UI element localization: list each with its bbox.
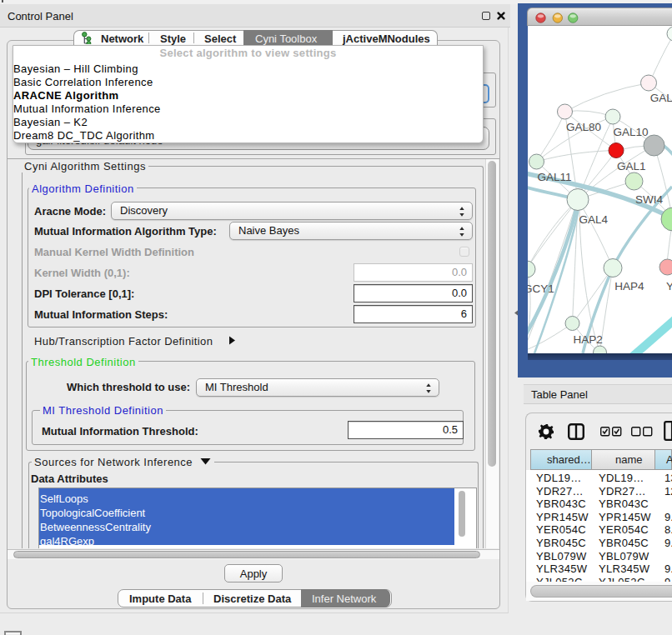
svg-text:GAL11: GAL11 [538,171,572,183]
svg-text:GCY1: GCY1 [528,282,554,295]
svg-text:GAL: GAL [650,92,672,104]
svg-text:GAL10: GAL10 [614,126,649,138]
svg-text:GAL4: GAL4 [579,213,609,226]
svg-text:GAL80: GAL80 [566,121,601,133]
svg-text:HAP4: HAP4 [614,280,644,292]
svg-text:SWI4: SWI4 [635,193,663,206]
svg-text:HAP2: HAP2 [574,333,603,346]
svg-text:Y: Y [666,280,672,292]
svg-text:GAL1: GAL1 [617,160,646,172]
